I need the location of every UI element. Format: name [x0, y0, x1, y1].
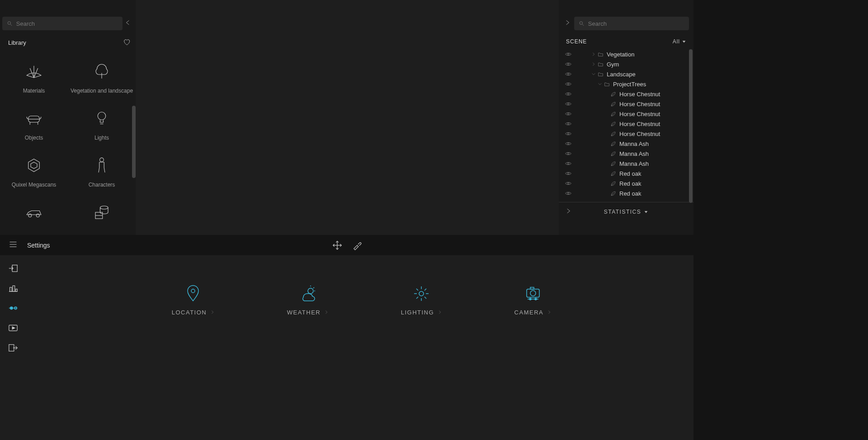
right-search-input[interactable] [574, 17, 689, 30]
tree-leaf[interactable]: Manna Ash [565, 149, 691, 159]
toggle-icon[interactable] [590, 52, 597, 56]
vegetation-icon [92, 62, 111, 81]
leaf-icon [610, 91, 618, 97]
left-panel: Library Materials Vegetation and landsca… [0, 0, 136, 235]
library-vehicle[interactable] [0, 201, 68, 229]
visibility-icon[interactable] [565, 171, 572, 176]
library-lights[interactable]: Lights [68, 108, 136, 141]
tree-leaf[interactable]: Red oak [565, 178, 691, 188]
svg-point-62 [567, 73, 569, 75]
tree-leaf[interactable]: Horse Chestnut [565, 119, 691, 129]
tree-leaf[interactable]: Manna Ash [565, 159, 691, 169]
grid-tool[interactable] [7, 282, 19, 295]
tree-node-label: Horse Chestnut [619, 111, 660, 117]
category-label: WEATHER [287, 309, 321, 316]
library-item-label: Objects [25, 135, 43, 141]
scene-scrollbar[interactable] [689, 49, 693, 203]
import-tool[interactable] [7, 262, 19, 275]
expand-stats-icon[interactable] [565, 208, 571, 216]
library-scrollbar[interactable] [132, 106, 136, 178]
tree-leaf[interactable]: Horse Chestnut [565, 129, 691, 139]
tree-leaf[interactable]: Horse Chestnut [565, 109, 691, 119]
toggle-icon[interactable] [590, 72, 597, 76]
left-search-input[interactable] [2, 17, 123, 30]
tree-folder[interactable]: ProjectTrees [565, 79, 691, 89]
right-search-field[interactable] [588, 20, 684, 27]
library-characters[interactable]: Characters [68, 154, 136, 188]
tree-folder[interactable]: Landscape [565, 69, 691, 79]
tree-node-label: Horse Chestnut [619, 131, 660, 137]
scene-filter-label: All [673, 38, 680, 45]
svg-point-71 [567, 163, 569, 164]
visibility-icon[interactable] [565, 191, 572, 196]
svg-point-60 [567, 53, 569, 55]
visibility-icon[interactable] [565, 151, 572, 156]
tree-leaf[interactable]: Horse Chestnut [565, 89, 691, 99]
visibility-icon[interactable] [565, 102, 572, 106]
search-icon [579, 20, 585, 27]
scene-filter-all[interactable]: All [673, 38, 686, 45]
sliders-tool[interactable] [7, 302, 19, 314]
tree-leaf[interactable]: Red oak [565, 169, 691, 178]
visibility-icon[interactable] [565, 181, 572, 186]
vehicle-icon [24, 203, 43, 222]
export-tool[interactable] [7, 342, 19, 354]
collapse-left-icon[interactable] [123, 19, 133, 28]
leaf-icon [610, 101, 618, 107]
library-item-label: Materials [23, 88, 45, 94]
tree-folder[interactable]: Vegetation [565, 49, 691, 59]
hamburger-icon[interactable] [8, 240, 18, 250]
visibility-icon[interactable] [565, 122, 572, 126]
scene-title: SCENE [566, 38, 587, 45]
visibility-icon[interactable] [565, 141, 572, 146]
visibility-icon[interactable] [565, 112, 572, 116]
tree-folder[interactable]: Gym [565, 59, 691, 69]
leaf-icon [610, 171, 618, 177]
folder-icon [598, 71, 605, 77]
tree-leaf[interactable]: Red oak [565, 188, 691, 198]
svg-point-55 [529, 298, 531, 300]
toggle-icon[interactable] [590, 62, 597, 66]
visibility-icon[interactable] [565, 131, 572, 136]
visibility-icon[interactable] [565, 161, 572, 166]
eyedropper-icon[interactable] [352, 240, 362, 250]
bottom-categories: LOCATION WEATHER LIGHTING CAMERA [136, 285, 588, 316]
camera-icon [524, 285, 542, 303]
svg-point-73 [567, 183, 569, 184]
tree-leaf[interactable]: Manna Ash [565, 139, 691, 149]
category-weather[interactable]: WEATHER [287, 285, 329, 316]
category-lighting[interactable]: LIGHTING [401, 285, 442, 316]
library-assets[interactable] [68, 201, 136, 229]
play-tool[interactable] [7, 322, 19, 334]
statistics-toggle[interactable]: STATISTICS [604, 209, 649, 215]
category-location[interactable]: LOCATION [172, 285, 215, 316]
svg-line-50 [425, 289, 426, 290]
favorites-icon[interactable] [123, 38, 130, 47]
library-grid: Materials Vegetation and landscape Objec… [0, 51, 136, 229]
svg-line-1 [10, 24, 12, 26]
library-vegetation[interactable]: Vegetation and landscape [68, 61, 136, 94]
chevron-right-icon [210, 309, 215, 316]
tree-leaf[interactable]: Horse Chestnut [565, 99, 691, 109]
weather-icon [299, 285, 317, 303]
visibility-icon[interactable] [565, 72, 572, 76]
category-camera[interactable]: CAMERA [514, 285, 552, 316]
left-search-field[interactable] [16, 20, 118, 27]
move-tool-icon[interactable] [332, 240, 342, 250]
library-materials[interactable]: Materials [0, 61, 68, 94]
library-item-label: Vegetation and landscape [71, 88, 133, 94]
right-panel: SCENE All VegetationGymLandscapeProjectT… [559, 0, 693, 235]
visibility-icon[interactable] [565, 62, 572, 66]
collapse-right-icon[interactable] [563, 19, 571, 28]
toggle-icon[interactable] [597, 82, 603, 86]
svg-line-47 [416, 289, 418, 290]
library-objects[interactable]: Objects [0, 108, 68, 141]
visibility-icon[interactable] [565, 92, 572, 96]
visibility-icon[interactable] [565, 52, 572, 56]
svg-point-67 [567, 123, 569, 125]
leaf-icon [610, 161, 618, 167]
svg-point-38 [308, 288, 313, 294]
visibility-icon[interactable] [565, 82, 572, 86]
library-megascans[interactable]: Quixel Megascans [0, 154, 68, 188]
tree-node-label: Manna Ash [619, 160, 649, 167]
